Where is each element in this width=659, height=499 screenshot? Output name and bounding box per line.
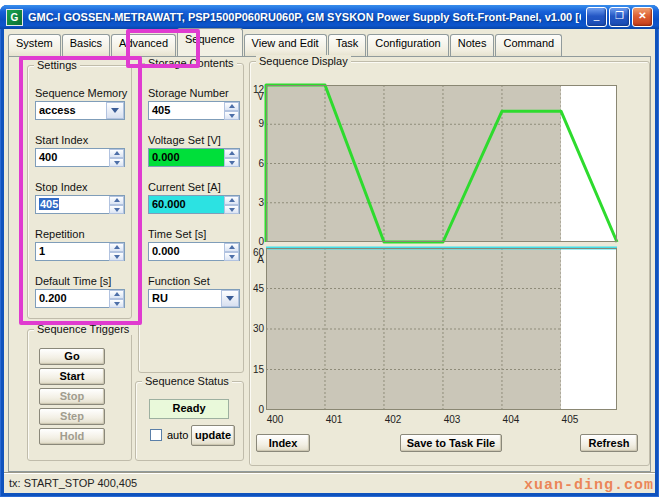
sequence-tab-page: Settings Sequence Memory access Start In… xyxy=(8,56,651,472)
sequence-memory-select[interactable]: access xyxy=(35,101,125,120)
spin-down-icon[interactable] xyxy=(109,205,124,214)
start-button[interactable]: Start xyxy=(39,368,105,385)
start-index-spinner[interactable] xyxy=(109,149,124,166)
storage-number-input[interactable]: 405 xyxy=(148,101,240,120)
spin-up-icon[interactable] xyxy=(109,149,124,158)
app-window: G GMC-I GOSSEN-METRAWATT, PSP1500P060RU0… xyxy=(0,5,659,497)
go-button[interactable]: Go xyxy=(39,348,105,365)
spin-up-icon[interactable] xyxy=(224,196,239,205)
voltage-set-value: 0.000 xyxy=(152,151,180,163)
stop-index-input[interactable]: 405 xyxy=(35,195,125,214)
storage-number-spinner[interactable] xyxy=(224,102,239,119)
spin-down-icon[interactable] xyxy=(224,111,239,120)
sequence-status-group: Sequence Status Ready auto update xyxy=(135,381,244,461)
spin-up-icon[interactable] xyxy=(224,149,239,158)
repetition-value: 1 xyxy=(39,245,45,257)
stop-index-spinner[interactable] xyxy=(109,196,124,213)
index-button[interactable]: Index xyxy=(256,434,310,452)
sequence-memory-value: access xyxy=(39,104,76,116)
spin-down-icon[interactable] xyxy=(224,205,239,214)
window-title: GMC-I GOSSEN-METRAWATT, PSP1500P060RU060… xyxy=(28,11,581,23)
maximize-button[interactable]: ❐ xyxy=(609,7,630,27)
spin-up-icon[interactable] xyxy=(224,102,239,111)
current-set-value: 60.000 xyxy=(152,198,186,210)
spin-up-icon[interactable] xyxy=(109,290,124,299)
minimize-button[interactable]: _ xyxy=(586,7,607,27)
time-set-label: Time Set [s] xyxy=(148,228,240,240)
voltage-set-spinner[interactable] xyxy=(224,149,239,166)
spin-down-icon[interactable] xyxy=(109,299,124,308)
function-set-select[interactable]: RU xyxy=(148,289,240,308)
hold-button: Hold xyxy=(39,428,105,445)
settings-group: Settings Sequence Memory access Start In… xyxy=(27,65,132,319)
status-indicator: Ready xyxy=(149,399,229,419)
function-set-label: Function Set xyxy=(148,275,240,287)
current-y-axis: 604530150A xyxy=(250,248,266,410)
start-index-label: Start Index xyxy=(35,134,125,146)
time-set-value: 0.000 xyxy=(152,245,180,257)
time-set-input[interactable]: 0.000 xyxy=(148,242,240,261)
voltage-set-label: Voltage Set [V] xyxy=(148,134,240,146)
tab-sequence[interactable]: Sequence xyxy=(177,28,243,56)
storage-number-value: 405 xyxy=(152,104,170,116)
spin-up-icon[interactable] xyxy=(109,243,124,252)
spin-down-icon[interactable] xyxy=(109,252,124,261)
spin-up-icon[interactable] xyxy=(224,243,239,252)
title-bar[interactable]: G GMC-I GOSSEN-METRAWATT, PSP1500P060RU0… xyxy=(0,5,659,29)
tab-strip: System Basics Advanced Sequence View and… xyxy=(8,33,651,56)
tab-system[interactable]: System xyxy=(8,34,61,56)
tab-basics[interactable]: Basics xyxy=(62,34,110,56)
time-set-spinner[interactable] xyxy=(224,243,239,260)
sequence-status-label: Sequence Status xyxy=(142,375,232,387)
current-plot-area xyxy=(266,248,617,410)
voltage-set-input[interactable]: 0.000 xyxy=(148,148,240,167)
default-time-spinner[interactable] xyxy=(109,290,124,307)
settings-group-label: Settings xyxy=(34,59,80,71)
spin-down-icon[interactable] xyxy=(224,158,239,167)
voltage-plot-area xyxy=(266,85,617,242)
client-area: System Basics Advanced Sequence View and… xyxy=(4,29,655,493)
current-set-label: Current Set [A] xyxy=(148,181,240,193)
stop-button: Stop xyxy=(39,388,105,405)
function-set-value: RU xyxy=(152,292,168,304)
x-axis-labels: 400401402403404405 xyxy=(250,414,630,426)
voltage-y-axis: 129630V xyxy=(250,85,266,242)
tab-advanced[interactable]: Advanced xyxy=(111,34,176,56)
spin-down-icon[interactable] xyxy=(224,252,239,261)
sequence-memory-label: Sequence Memory xyxy=(35,87,125,99)
spin-down-icon[interactable] xyxy=(109,158,124,167)
sequence-display-group: Sequence Display 129630V 604530150A 4004… xyxy=(249,61,650,466)
storage-contents-group: Storage Contents Storage Number 405 Volt… xyxy=(138,63,244,373)
chevron-down-icon[interactable] xyxy=(106,102,124,119)
current-set-spinner[interactable] xyxy=(224,196,239,213)
app-icon: G xyxy=(6,9,23,26)
step-button: Step xyxy=(39,408,105,425)
auto-checkbox-label: auto xyxy=(167,429,188,441)
tab-configuration[interactable]: Configuration xyxy=(367,34,448,56)
tab-view-and-edit[interactable]: View and Edit xyxy=(244,34,327,56)
start-index-value: 400 xyxy=(39,151,57,163)
repetition-input[interactable]: 1 xyxy=(35,242,125,261)
current-chart: 604530150A xyxy=(250,248,617,410)
tab-command[interactable]: Command xyxy=(495,34,562,56)
save-to-task-file-button[interactable]: Save to Task File xyxy=(400,434,502,452)
default-time-input[interactable]: 0.200 xyxy=(35,289,125,308)
start-index-input[interactable]: 400 xyxy=(35,148,125,167)
sequence-triggers-group: Sequence Triggers Go Start Stop Step Hol… xyxy=(27,329,132,461)
sequence-triggers-label: Sequence Triggers xyxy=(34,323,132,335)
tab-notes[interactable]: Notes xyxy=(450,34,495,56)
update-button[interactable]: update xyxy=(191,425,235,446)
stop-index-value: 405 xyxy=(39,198,59,210)
current-set-input[interactable]: 60.000 xyxy=(148,195,240,214)
stop-index-label: Stop Index xyxy=(35,181,125,193)
tab-task[interactable]: Task xyxy=(328,34,367,56)
default-time-label: Default Time [s] xyxy=(35,275,125,287)
auto-checkbox[interactable] xyxy=(150,429,162,441)
default-time-value: 0.200 xyxy=(39,292,67,304)
repetition-spinner[interactable] xyxy=(109,243,124,260)
sequence-display-label: Sequence Display xyxy=(256,55,351,67)
close-button[interactable]: ✕ xyxy=(632,7,653,27)
spin-up-icon[interactable] xyxy=(109,196,124,205)
chevron-down-icon[interactable] xyxy=(221,290,239,307)
refresh-button[interactable]: Refresh xyxy=(580,434,638,452)
